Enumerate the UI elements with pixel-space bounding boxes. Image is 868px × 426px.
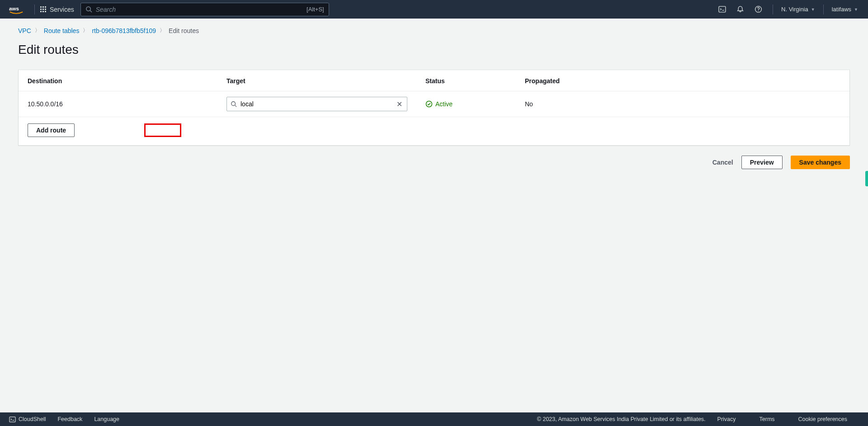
page-title: Edit routes [18,43,850,57]
account-menu[interactable]: latifaws▼ [829,6,861,13]
nav-right: N. Virginia▼ latifaws▼ [713,5,861,14]
preview-button[interactable]: Preview [741,156,783,169]
copyright: © 2023, Amazon Web Services India Privat… [537,416,706,422]
feedback-link[interactable]: Feedback [57,416,82,422]
language-link[interactable]: Language [94,416,119,422]
separator [823,5,824,14]
terms-link[interactable]: Terms [760,416,775,422]
svg-point-5 [758,10,758,11]
services-label: Services [50,6,74,13]
chevron-right-icon: 〉 [160,27,165,34]
clear-icon[interactable]: ✕ [396,100,403,109]
highlight-box [144,123,181,137]
crumb-vpc[interactable]: VPC [18,27,31,34]
add-route-button[interactable]: Add route [28,123,75,137]
privacy-link[interactable]: Privacy [717,416,736,422]
save-changes-button[interactable]: Save changes [791,156,850,169]
chevron-down-icon: ▼ [854,7,858,12]
th-destination: Destination [19,70,217,91]
svg-rect-9 [9,417,15,421]
chevron-right-icon: 〉 [83,27,88,34]
svg-text:aws: aws [9,5,19,11]
svg-point-1 [86,7,90,11]
services-menu[interactable]: Services [40,6,74,13]
cloudshell-icon [9,416,16,423]
region-selector[interactable]: N. Virginia▼ [778,6,818,13]
chevron-down-icon: ▼ [811,7,815,12]
cancel-button[interactable]: Cancel [712,159,733,166]
grid-icon [40,6,46,12]
crumb-current: Edit routes [169,27,199,34]
footer-bar: CloudShell Feedback Language © 2023, Ama… [0,412,868,426]
search-input[interactable] [96,6,307,13]
table-row: 10.50.0.0/16 ✕ Active [19,91,849,117]
side-tab[interactable] [865,171,868,186]
help-icon[interactable] [749,5,767,13]
search-icon [85,6,92,13]
global-search[interactable]: [Alt+S] [80,3,329,16]
aws-logo[interactable]: aws [9,5,24,14]
th-status: Status [416,70,516,91]
svg-line-2 [90,10,92,12]
chevron-right-icon: 〉 [35,27,40,34]
notifications-icon[interactable] [731,5,749,13]
cloudshell-icon[interactable] [713,5,731,13]
target-combobox[interactable]: ✕ [226,97,407,111]
target-input[interactable] [241,100,396,108]
svg-rect-3 [719,6,726,12]
search-shortcut: [Alt+S] [307,6,324,13]
svg-point-6 [231,102,236,106]
crumb-rtb-id[interactable]: rtb-096b7813fbfb5f109 [92,27,156,34]
th-propagated: Propagated [516,70,849,91]
content: VPC 〉 Route tables 〉 rtb-096b7813fbfb5f1… [0,19,868,177]
top-nav: aws Services [Alt+S] N. Virginia▼ latifa… [0,0,868,19]
cell-destination: 10.50.0.0/16 [19,91,217,117]
cell-propagated: No [516,91,849,117]
cookie-link[interactable]: Cookie preferences [798,416,847,422]
panel-footer: Add route [19,117,849,145]
separator [34,5,35,14]
routes-panel: Destination Target Status Propagated 10.… [18,70,850,146]
breadcrumb: VPC 〉 Route tables 〉 rtb-096b7813fbfb5f1… [18,27,850,34]
cell-status: Active [416,91,516,117]
status-badge: Active [425,100,507,108]
action-bar: Cancel Preview Save changes [18,156,850,169]
th-target: Target [217,70,416,91]
crumb-route-tables[interactable]: Route tables [44,27,80,34]
cell-target: ✕ [217,91,416,117]
check-circle-icon [425,100,433,108]
search-icon [231,101,237,107]
routes-table: Destination Target Status Propagated 10.… [19,70,849,117]
svg-line-7 [235,105,237,107]
cloudshell-link[interactable]: CloudShell [9,416,46,423]
separator [773,5,773,14]
